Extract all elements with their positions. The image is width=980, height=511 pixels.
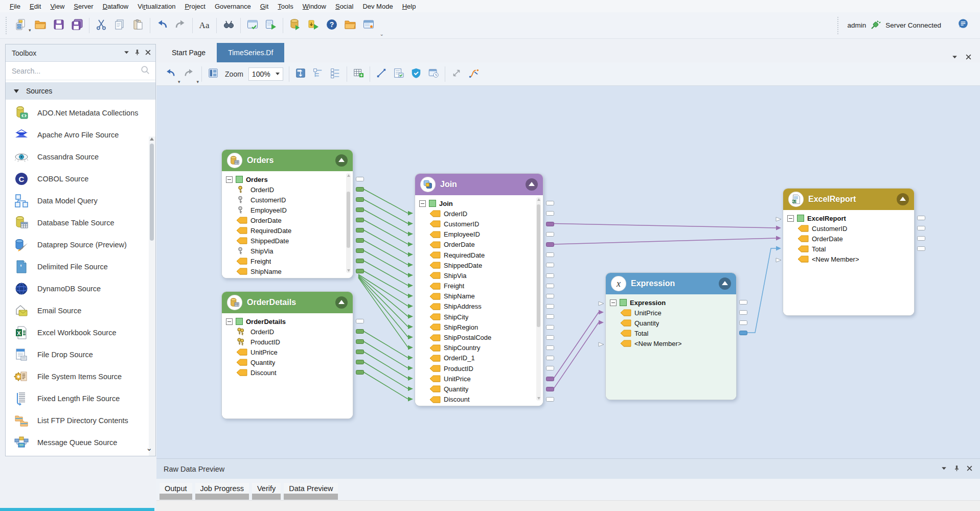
bottom-tab-output[interactable]: Output bbox=[159, 483, 192, 494]
menu-item-window[interactable]: Window bbox=[298, 1, 331, 12]
preview-pin-icon[interactable] bbox=[953, 465, 960, 473]
chat-icon[interactable] bbox=[958, 18, 973, 33]
output-pin-19[interactable] bbox=[546, 397, 554, 402]
field-row-discount[interactable]: Discount bbox=[419, 394, 541, 405]
output-pin-5[interactable] bbox=[356, 228, 364, 233]
toolbox-item-message-queue-source[interactable]: Message Queue Source bbox=[6, 431, 155, 453]
open-project-button[interactable] bbox=[342, 17, 358, 34]
output-pin-3[interactable] bbox=[917, 246, 925, 251]
field-row-shipcity[interactable]: ShipCity bbox=[419, 312, 541, 322]
output-pin-17[interactable] bbox=[546, 377, 554, 381]
field-row-shipcountry[interactable]: ShipCountry bbox=[419, 343, 541, 353]
toolbox-item-file-drop-source[interactable]: File Drop Source bbox=[6, 343, 155, 365]
node-header-expression[interactable]: xExpression bbox=[606, 273, 736, 294]
menu-item-edit[interactable]: Edit bbox=[25, 1, 45, 12]
node-root-row[interactable]: OrderDetails bbox=[226, 316, 351, 327]
toolbox-close-icon[interactable] bbox=[145, 49, 151, 57]
output-pin-8[interactable] bbox=[546, 284, 554, 288]
field-row-employeeid[interactable]: EmployeeID bbox=[419, 229, 541, 240]
output-pin-4[interactable] bbox=[356, 218, 364, 222]
output-pin-0[interactable] bbox=[356, 177, 364, 181]
reroute-button[interactable] bbox=[466, 66, 482, 82]
bottom-tab-data-preview[interactable]: Data Preview bbox=[284, 483, 338, 494]
validate-button[interactable] bbox=[244, 17, 261, 34]
dropdown-caret-icon[interactable]: ▾ bbox=[29, 28, 31, 34]
collapse-minus-icon[interactable] bbox=[226, 176, 233, 183]
output-pin-2[interactable] bbox=[917, 236, 925, 241]
field-row-unitprice[interactable]: UnitPrice bbox=[610, 308, 734, 318]
outline2-button[interactable] bbox=[328, 66, 343, 82]
menu-item-governance[interactable]: Governance bbox=[210, 1, 256, 12]
field-row-customerid[interactable]: CustomerID bbox=[226, 195, 351, 205]
menu-item-virtualization[interactable]: Virtualization bbox=[133, 1, 180, 12]
output-pin-2[interactable] bbox=[356, 339, 364, 344]
output-pin-4[interactable] bbox=[356, 360, 364, 364]
collapse-minus-icon[interactable] bbox=[226, 318, 233, 325]
output-pin-10[interactable] bbox=[546, 304, 554, 309]
collapse-minus-icon[interactable] bbox=[610, 299, 617, 306]
field-row-shipregion[interactable]: ShipRegion bbox=[419, 322, 541, 332]
output-pin-16[interactable] bbox=[546, 366, 554, 370]
output-pin-14[interactable] bbox=[546, 345, 554, 350]
field-row-unitprice[interactable]: UnitPrice bbox=[226, 347, 351, 357]
bottom-tab-verify[interactable]: Verify bbox=[252, 483, 281, 494]
output-pin-2[interactable] bbox=[739, 320, 747, 325]
raw-data-preview-header[interactable]: Raw Data Preview bbox=[156, 458, 980, 479]
toolbox-item-file-system-items-source[interactable]: File System Items Source bbox=[6, 365, 155, 387]
output-pin-3[interactable] bbox=[356, 350, 364, 354]
table-add-button[interactable] bbox=[351, 66, 366, 82]
field-row-quantity[interactable]: Quantity bbox=[226, 357, 351, 367]
tabstrip-dropdown-icon[interactable] bbox=[951, 53, 958, 62]
save-all-button[interactable] bbox=[69, 17, 85, 34]
field-row-orderid[interactable]: OrderID bbox=[226, 184, 351, 195]
zoom-select[interactable]: 100% bbox=[248, 67, 283, 81]
tabstrip-close-icon[interactable] bbox=[965, 53, 972, 62]
output-pin-1[interactable] bbox=[356, 187, 364, 192]
input-pin-0[interactable] bbox=[775, 215, 782, 221]
output-pin-5[interactable] bbox=[546, 252, 554, 257]
output-pin-6[interactable] bbox=[356, 238, 364, 243]
menu-item-project[interactable]: Project bbox=[180, 1, 210, 12]
node-orderdetails[interactable]: OrderDetailsOrderDetailsOrderIDProductID… bbox=[221, 291, 353, 419]
menu-item-dataflow[interactable]: Dataflow bbox=[98, 1, 133, 12]
node-root-row[interactable]: ExcelReport bbox=[787, 213, 912, 223]
collapse-button[interactable] bbox=[897, 193, 909, 205]
collapse-button[interactable] bbox=[719, 277, 731, 290]
output-pin-2[interactable] bbox=[356, 197, 364, 202]
toolbox-item-cassandra-source[interactable]: Cassandra Source bbox=[6, 146, 155, 168]
toolbox-item-dataprep-source-preview[interactable]: Dataprep Source (Preview) bbox=[6, 234, 155, 256]
field-row-productid[interactable]: ProductID bbox=[226, 337, 351, 347]
field-row-requireddate[interactable]: RequiredDate bbox=[226, 225, 351, 236]
dropdown-caret-icon[interactable]: ▾ bbox=[178, 79, 180, 85]
field-row-customerid[interactable]: CustomerID bbox=[787, 223, 912, 234]
undo-button[interactable] bbox=[154, 17, 170, 34]
copy-button[interactable] bbox=[111, 17, 128, 34]
field-row-quantity[interactable]: Quantity bbox=[610, 318, 734, 328]
font-button[interactable]: Aa bbox=[196, 17, 213, 34]
toolbox-scrollbar[interactable] bbox=[149, 136, 155, 456]
collapse-minus-icon[interactable] bbox=[419, 200, 426, 207]
toolbox-item-dynamodb-source[interactable]: DynamoDB Source bbox=[6, 277, 155, 299]
collapse-button[interactable] bbox=[335, 154, 348, 167]
field-row-shipname[interactable]: ShipName bbox=[226, 266, 351, 276]
output-pin-9[interactable] bbox=[356, 269, 364, 273]
toolbox-item-excel-workbook-source[interactable]: XExcel Workbook Source bbox=[6, 321, 155, 343]
db-upload-button[interactable] bbox=[287, 17, 303, 34]
menu-item-server[interactable]: Server bbox=[69, 1, 98, 12]
toolbox-search-input[interactable] bbox=[11, 66, 140, 76]
cut-button[interactable] bbox=[93, 17, 109, 34]
toolbox-item-delimited-file-source[interactable]: 'Delimited File Source bbox=[6, 256, 155, 277]
field-row-freight[interactable]: Freight bbox=[419, 281, 541, 291]
input-pin-4[interactable] bbox=[598, 340, 605, 346]
node-root-row[interactable]: Join bbox=[419, 198, 541, 208]
collapse-button[interactable] bbox=[335, 296, 348, 309]
new-dataflow-button[interactable] bbox=[12, 17, 29, 34]
field-row-discount[interactable]: Discount bbox=[226, 367, 351, 378]
toolbar-grip[interactable] bbox=[6, 17, 9, 34]
node-root-row[interactable]: Expression bbox=[610, 297, 734, 308]
toolbox-item-email-source[interactable]: Email Source bbox=[6, 299, 155, 321]
shield-button[interactable] bbox=[408, 66, 424, 82]
redo-button[interactable] bbox=[172, 17, 189, 34]
undo-button[interactable] bbox=[163, 66, 178, 82]
output-pin-1[interactable] bbox=[356, 329, 364, 334]
